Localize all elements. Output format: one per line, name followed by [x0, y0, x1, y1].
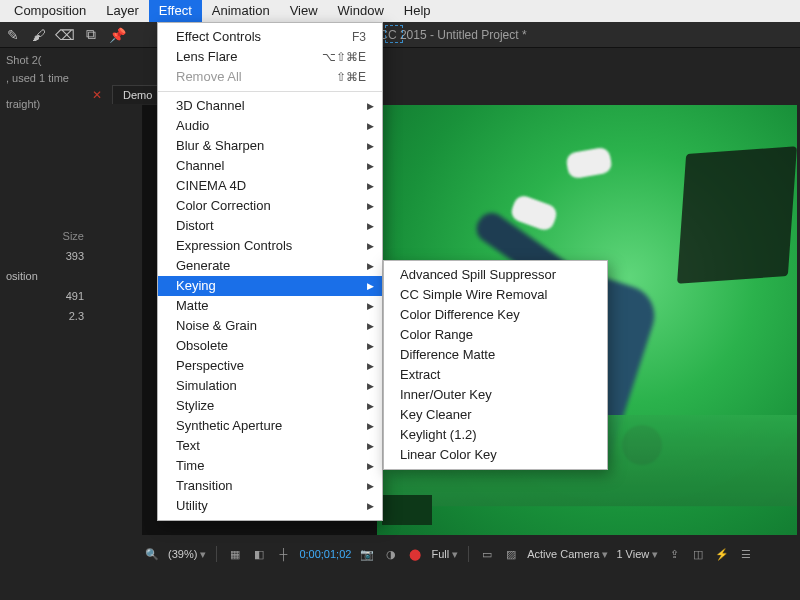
menu-layer[interactable]: Layer	[96, 0, 149, 22]
col-header-size: Size	[6, 230, 84, 242]
menu-item-noise-grain[interactable]: Noise & Grain	[158, 316, 382, 336]
submenu-item-linear-color-key[interactable]: Linear Color Key	[384, 445, 607, 465]
menu-item-utility[interactable]: Utility	[158, 496, 382, 516]
effect-menu: Effect ControlsF3 Lens Flare⌥⇧⌘E Remove …	[157, 22, 383, 521]
menu-item-simulation[interactable]: Simulation	[158, 376, 382, 396]
viewer-footer: 🔍 (39%) ▦ ◧ ┼ 0;00;01;02 📷 ◑ ⬤ Full ▭ ▨ …	[140, 540, 800, 568]
menu-item-synthetic-aperture[interactable]: Synthetic Aperture	[158, 416, 382, 436]
submenu-item-difference-matte[interactable]: Difference Matte	[384, 345, 607, 365]
menu-item-cinema4d[interactable]: CINEMA 4D	[158, 176, 382, 196]
pixel-aspect-icon[interactable]: ◫	[690, 548, 706, 561]
timeline-icon[interactable]: ☰	[738, 548, 754, 561]
grid-icon[interactable]: ▦	[227, 548, 243, 561]
keying-submenu: Advanced Spill Suppressor CC Simple Wire…	[383, 260, 608, 470]
guides-icon[interactable]: ┼	[275, 548, 291, 560]
menu-item-text[interactable]: Text	[158, 436, 382, 456]
menu-composition[interactable]: Composition	[4, 0, 96, 22]
menubar: Composition Layer Effect Animation View …	[0, 0, 800, 22]
alpha-mode: traight)	[6, 98, 84, 110]
menu-item-matte[interactable]: Matte	[158, 296, 382, 316]
submenu-item-cc-wire-removal[interactable]: CC Simple Wire Removal	[384, 285, 607, 305]
menu-item-transition[interactable]: Transition	[158, 476, 382, 496]
menu-item-expression-controls[interactable]: Expression Controls	[158, 236, 382, 256]
magnify-icon[interactable]: 🔍	[144, 548, 160, 561]
menu-animation[interactable]: Animation	[202, 0, 280, 22]
snapshot-icon[interactable]: 📷	[359, 548, 375, 561]
menu-item-keying[interactable]: Keying	[158, 276, 382, 296]
camera-dropdown[interactable]: Active Camera	[527, 548, 608, 561]
menu-item-channel[interactable]: Channel	[158, 156, 382, 176]
menu-item-remove-all[interactable]: Remove All⇧⌘E	[158, 67, 382, 87]
menu-item-effect-controls[interactable]: Effect ControlsF3	[158, 27, 382, 47]
softbox-prop	[677, 146, 797, 283]
submenu-item-color-range[interactable]: Color Range	[384, 325, 607, 345]
menu-item-generate[interactable]: Generate	[158, 256, 382, 276]
mask-icon[interactable]: ◧	[251, 548, 267, 561]
region-icon[interactable]: ▭	[479, 548, 495, 561]
close-panel-icon[interactable]: ✕	[92, 88, 102, 102]
footage-used: , used 1 time	[6, 72, 84, 84]
fast-preview-icon[interactable]: ⚡	[714, 548, 730, 561]
menu-view[interactable]: View	[280, 0, 328, 22]
menu-item-stylize[interactable]: Stylize	[158, 396, 382, 416]
menu-item-color-correction[interactable]: Color Correction	[158, 196, 382, 216]
menu-item-perspective[interactable]: Perspective	[158, 356, 382, 376]
menu-item-audio[interactable]: Audio	[158, 116, 382, 136]
submenu-item-advanced-spill[interactable]: Advanced Spill Suppressor	[384, 265, 607, 285]
timecode[interactable]: 0;00;01;02	[299, 548, 351, 560]
submenu-item-keylight[interactable]: Keylight (1.2)	[384, 425, 607, 445]
submenu-item-extract[interactable]: Extract	[384, 365, 607, 385]
channel-icon[interactable]: ◑	[383, 548, 399, 561]
submenu-item-inner-outer-key[interactable]: Inner/Outer Key	[384, 385, 607, 405]
footage-name: Shot 2(	[6, 54, 84, 66]
project-panel: Shot 2( , used 1 time traight) Size 393 …	[0, 48, 90, 588]
menu-item-time[interactable]: Time	[158, 456, 382, 476]
stage-box	[382, 495, 432, 525]
share-icon[interactable]: ⇪	[666, 548, 682, 561]
menu-separator	[158, 91, 382, 92]
position-label: osition	[6, 270, 38, 282]
menu-item-3d-channel[interactable]: 3D Channel	[158, 96, 382, 116]
dancer-shoe	[565, 146, 613, 179]
menu-item-distort[interactable]: Distort	[158, 216, 382, 236]
menu-item-blur-sharpen[interactable]: Blur & Sharpen	[158, 136, 382, 156]
menu-help[interactable]: Help	[394, 0, 441, 22]
menu-item-last-effect[interactable]: Lens Flare⌥⇧⌘E	[158, 47, 382, 67]
menu-effect[interactable]: Effect	[149, 0, 202, 22]
zoom-dropdown[interactable]: (39%)	[168, 548, 206, 561]
submenu-item-key-cleaner[interactable]: Key Cleaner	[384, 405, 607, 425]
position-value: 491	[66, 290, 84, 302]
toolbar: Adobe After Effects CC 2015 - Untitled P…	[0, 22, 800, 48]
menu-item-obsolete[interactable]: Obsolete	[158, 336, 382, 356]
transparency-icon[interactable]: ▨	[503, 548, 519, 561]
size-value: 393	[66, 250, 84, 262]
snapping-icon[interactable]	[385, 25, 403, 43]
rgb-icon[interactable]: ⬤	[407, 548, 423, 561]
menu-window[interactable]: Window	[328, 0, 394, 22]
scale-value: 2.3	[69, 310, 84, 322]
views-dropdown[interactable]: 1 View	[616, 548, 658, 561]
submenu-item-color-diff-key[interactable]: Color Difference Key	[384, 305, 607, 325]
resolution-dropdown[interactable]: Full	[431, 548, 458, 561]
